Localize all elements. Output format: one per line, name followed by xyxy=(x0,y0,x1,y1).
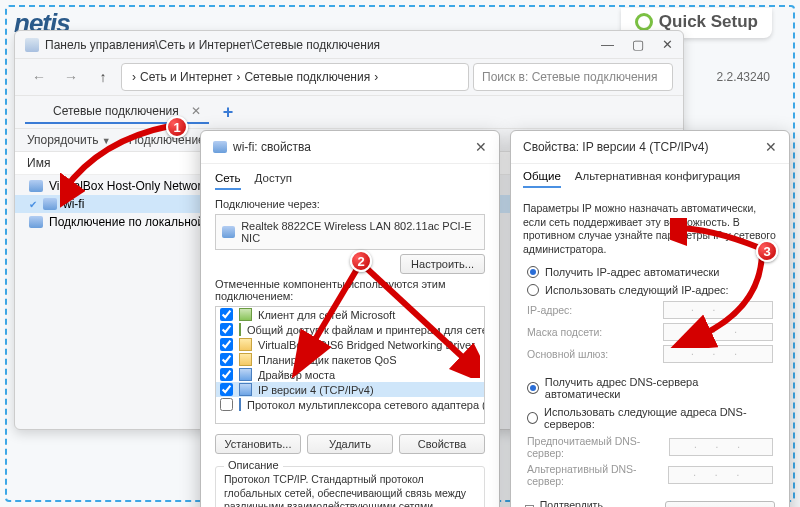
component-item[interactable]: Протокол мультиплексора сетевого адаптер… xyxy=(216,397,484,412)
ipv4-properties-dialog: Свойства: IP версии 4 (TCP/IPv4) ✕ Общие… xyxy=(510,130,790,507)
radio-ip-manual[interactable]: Использовать следующий IP-адрес: xyxy=(511,281,789,299)
dialog-titlebar: wi-fi: свойства ✕ xyxy=(201,131,499,164)
radio-dns-manual[interactable]: Использовать следующие адреса DNS-сервер… xyxy=(511,403,789,433)
radio-dns-auto[interactable]: Получить адрес DNS-сервера автоматически xyxy=(511,373,789,403)
component-icon xyxy=(239,368,252,381)
tab-close-icon[interactable]: ✕ xyxy=(191,104,201,118)
adapter-name: Realtek 8822CE Wireless LAN 802.11ac PCI… xyxy=(241,220,478,244)
radio-ip-auto[interactable]: Получить IP-адрес автоматически xyxy=(511,263,789,281)
component-icon xyxy=(239,323,241,336)
field-dns-alt: Альтернативный DNS-сервер:. . . xyxy=(511,461,789,489)
adapter-icon xyxy=(222,226,235,238)
window-title: Панель управления\Сеть и Интернет\Сетевы… xyxy=(45,38,380,52)
check-icon: ✔ xyxy=(29,199,37,210)
dialog-title: Свойства: IP версии 4 (TCP/IPv4) xyxy=(523,140,709,154)
window-titlebar: Панель управления\Сеть и Интернет\Сетевы… xyxy=(15,31,683,59)
component-item[interactable]: VirtualBox NDIS6 Bridged Networking Driv… xyxy=(216,337,484,352)
connect-via-label: Подключение через: xyxy=(215,198,485,210)
component-item-ipv4[interactable]: IP версии 4 (TCP/IPv4) xyxy=(216,382,484,397)
component-checkbox[interactable] xyxy=(220,308,233,321)
crumb-connections[interactable]: Сетевые подключения xyxy=(244,70,370,84)
component-icon xyxy=(239,383,252,396)
organize-menu[interactable]: Упорядочить ▼ xyxy=(27,133,111,147)
component-checkbox[interactable] xyxy=(220,398,233,411)
component-item[interactable]: Общий доступ к файлам и принтерам для се… xyxy=(216,322,484,337)
search-input[interactable]: Поиск в: Сетевые подключения xyxy=(473,63,673,91)
field-ip: IP-адрес:. . . xyxy=(511,299,789,321)
tab-label: Сетевые подключения xyxy=(53,104,179,118)
radio-icon xyxy=(527,412,538,424)
description-group: Описание Протокол TCP/IP. Стандартный пр… xyxy=(215,466,485,507)
advanced-button[interactable]: Дополнительно... xyxy=(665,501,775,507)
info-text: Параметры IP можно назначать автоматичес… xyxy=(511,196,789,263)
tabs: Сеть Доступ xyxy=(215,172,485,190)
confirm-label: Подтвердить параметры при выходе xyxy=(540,499,659,507)
tab-network[interactable]: Сеть xyxy=(215,172,241,190)
component-checkbox[interactable] xyxy=(220,368,233,381)
item-label: VirtualBox Host-Only Network xyxy=(49,179,208,193)
dns-pref-input: . . . xyxy=(669,438,773,456)
dns-alt-input: . . . xyxy=(668,466,774,484)
tab-bar: Сетевые подключения ✕ + xyxy=(15,96,683,129)
dialog-title: wi-fi: свойства xyxy=(233,140,311,154)
close-icon[interactable]: ✕ xyxy=(475,139,487,155)
forward-button[interactable]: → xyxy=(57,63,85,91)
components-list[interactable]: Клиент для сетей Microsoft Общий доступ … xyxy=(215,306,485,424)
minimize-button[interactable]: — xyxy=(601,37,614,52)
item-label: wi-fi xyxy=(63,197,84,211)
radio-icon xyxy=(527,382,539,394)
quick-setup-label: Quick Setup xyxy=(659,12,758,32)
crumb-net[interactable]: Сеть и Интернет xyxy=(140,70,232,84)
maximize-button[interactable]: ▢ xyxy=(632,37,644,52)
component-checkbox[interactable] xyxy=(220,383,233,396)
component-item[interactable]: Клиент для сетей Microsoft xyxy=(216,307,484,322)
description-text: Протокол TCP/IP. Стандартный протокол гл… xyxy=(224,473,476,507)
nav-row: ← → ↑ › Сеть и Интернет › Сетевые подклю… xyxy=(15,59,683,96)
quick-setup-icon xyxy=(635,13,653,31)
adapter-icon xyxy=(29,180,43,192)
close-button[interactable]: ✕ xyxy=(662,37,673,52)
component-icon xyxy=(239,398,241,411)
control-panel-icon xyxy=(25,38,39,52)
annotation-badge-3: 3 xyxy=(756,240,778,262)
configure-button[interactable]: Настроить... xyxy=(400,254,485,274)
component-checkbox[interactable] xyxy=(220,338,233,351)
adapter-icon xyxy=(43,198,57,210)
annotation-badge-2: 2 xyxy=(350,250,372,272)
gateway-input: . . . xyxy=(663,345,773,363)
install-button[interactable]: Установить... xyxy=(215,434,301,454)
close-icon[interactable]: ✕ xyxy=(765,139,777,155)
component-checkbox[interactable] xyxy=(220,353,233,366)
component-item[interactable]: Драйвер моста xyxy=(216,367,484,382)
wifi-properties-dialog: wi-fi: свойства ✕ Сеть Доступ Подключени… xyxy=(200,130,500,507)
component-checkbox[interactable] xyxy=(220,323,233,336)
field-mask: Маска подсети:. . . xyxy=(511,321,789,343)
radio-icon xyxy=(527,284,539,296)
up-button[interactable]: ↑ xyxy=(89,63,117,91)
remove-button[interactable]: Удалить xyxy=(307,434,393,454)
mask-input: . . . xyxy=(663,323,773,341)
adapter-box: Realtek 8822CE Wireless LAN 802.11ac PCI… xyxy=(215,214,485,250)
adapter-icon xyxy=(213,141,227,153)
tab-alt-config[interactable]: Альтернативная конфигурация xyxy=(575,170,741,188)
adapter-icon xyxy=(29,216,43,228)
tab-general[interactable]: Общие xyxy=(523,170,561,188)
field-dns-pref: Предпочитаемый DNS-сервер:. . . xyxy=(511,433,789,461)
component-icon xyxy=(239,308,252,321)
new-tab-button[interactable]: + xyxy=(217,102,240,123)
breadcrumb[interactable]: › Сеть и Интернет › Сетевые подключения … xyxy=(121,63,469,91)
tab-access[interactable]: Доступ xyxy=(255,172,292,190)
components-label: Отмеченные компоненты используются этим … xyxy=(215,278,485,302)
radio-icon xyxy=(527,266,539,278)
version-label: 2.2.43240 xyxy=(717,70,770,84)
component-icon xyxy=(239,338,252,351)
annotation-badge-1: 1 xyxy=(166,116,188,138)
component-icon xyxy=(239,353,252,366)
component-item[interactable]: Планировщик пакетов QoS xyxy=(216,352,484,367)
ip-input: . . . xyxy=(663,301,773,319)
back-button[interactable]: ← xyxy=(25,63,53,91)
dialog-titlebar: Свойства: IP версии 4 (TCP/IPv4) ✕ xyxy=(511,131,789,164)
field-gateway: Основной шлюз:. . . xyxy=(511,343,789,365)
properties-button[interactable]: Свойства xyxy=(399,434,485,454)
description-title: Описание xyxy=(224,459,283,471)
